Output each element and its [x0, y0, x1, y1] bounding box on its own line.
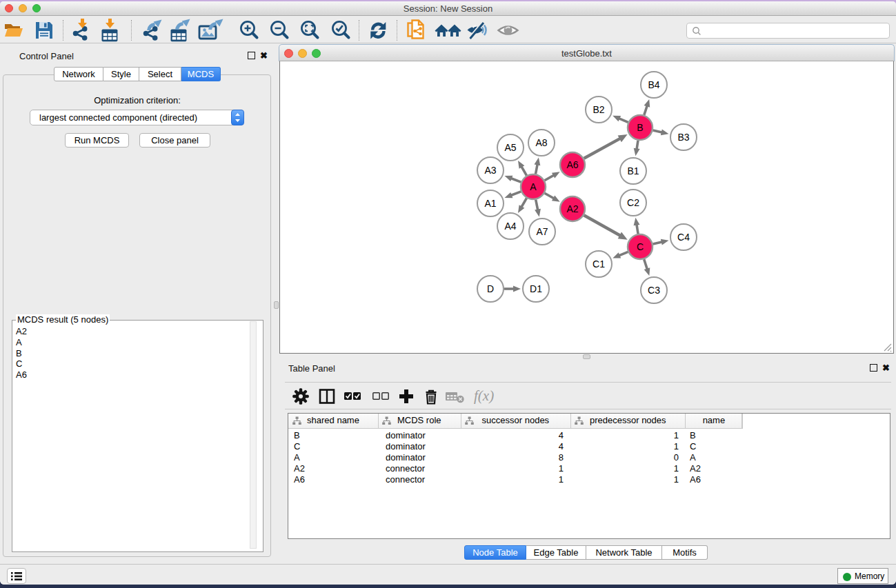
svg-text:B4: B4	[648, 79, 659, 90]
svg-text:B3: B3	[677, 132, 689, 143]
svg-text:D: D	[487, 283, 494, 294]
svg-text:C3: C3	[648, 285, 660, 296]
svg-text:A6: A6	[566, 159, 578, 170]
svg-text:C: C	[637, 241, 644, 252]
svg-text:A: A	[530, 181, 537, 192]
svg-text:A3: A3	[484, 165, 496, 176]
svg-text:C1: C1	[593, 258, 605, 270]
svg-text:B2: B2	[593, 104, 604, 115]
svg-text:A8: A8	[535, 137, 547, 148]
svg-text:B: B	[637, 122, 643, 133]
svg-text:C4: C4	[677, 232, 690, 243]
svg-text:A1: A1	[484, 198, 496, 209]
svg-text:A4: A4	[504, 221, 516, 232]
svg-text:B1: B1	[627, 165, 639, 176]
svg-text:A2: A2	[566, 203, 578, 214]
svg-text:A5: A5	[504, 142, 516, 153]
svg-text:A7: A7	[536, 226, 548, 237]
svg-text:C2: C2	[627, 197, 639, 208]
svg-text:D1: D1	[530, 283, 542, 294]
